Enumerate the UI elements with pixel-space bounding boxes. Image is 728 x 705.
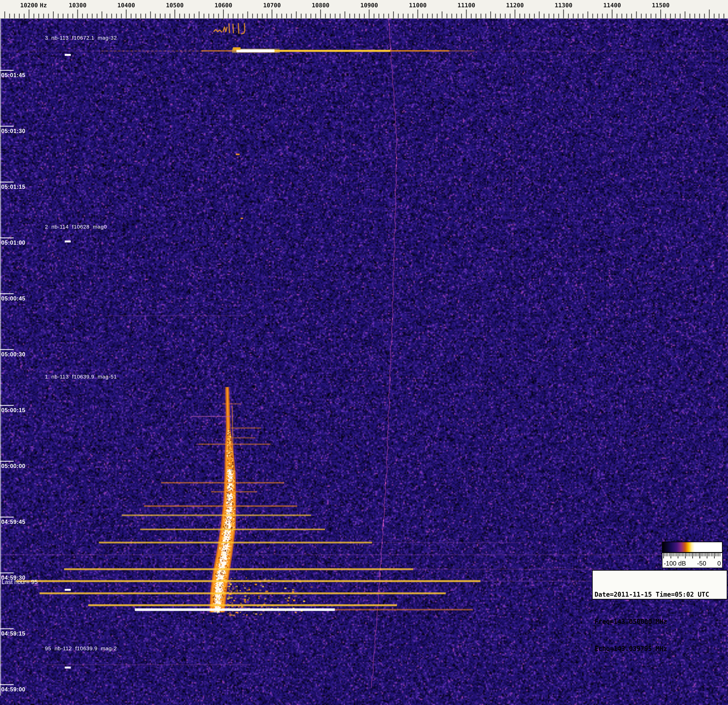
colorbar-legend: -100 dB -50 0 <box>662 542 722 568</box>
info-freq: Freq=143.050000 MHz <box>595 617 727 626</box>
spectrogram-window: 1020010300104001050010600107001080010900… <box>0 0 728 705</box>
colorbar-label-max: 0 <box>717 560 721 567</box>
colorbar-label-mid: -50 <box>697 560 706 567</box>
colorbar-label-min: -100 dB <box>664 560 686 567</box>
info-box: Date=2011-11-15 Time=05:02 UTC Freq=143.… <box>592 570 727 600</box>
colorbar-tick-ruler: -100 dB -50 0 <box>662 553 722 568</box>
info-echo: Echo=143.039795 MHz <box>595 644 727 653</box>
colorbar-gradient <box>662 542 722 553</box>
colorbar-labels: -100 dB -50 0 <box>664 560 721 567</box>
colorbar-minor-ticks <box>663 553 721 556</box>
info-date-time: Date=2011-11-15 Time=05:02 UTC <box>595 590 727 599</box>
